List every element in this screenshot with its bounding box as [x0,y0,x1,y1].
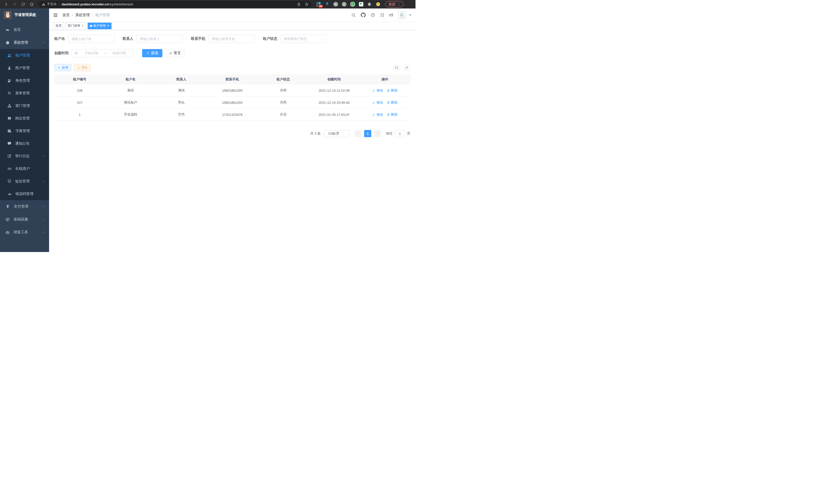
extension-record-icon[interactable] [342,2,347,7]
users-icon [7,53,12,58]
sidebar-item-payment-management[interactable]: ¥支付管理 [0,200,49,213]
sidebar-collapse-icon[interactable] [53,12,58,18]
refresh-table-button[interactable] [403,64,410,71]
delete-link[interactable]: 删除 [387,100,398,105]
sidebar-item-menu-management[interactable]: 菜单管理 [0,87,49,99]
share-icon[interactable] [297,2,301,6]
search-icon[interactable] [351,13,356,18]
page-size-select[interactable]: 10条/页 [324,130,349,137]
address-divider [59,2,59,6]
sidebar-item-post-management[interactable]: 岗位管理 [0,112,49,125]
refresh-icon [169,51,172,55]
profile-avatar-icon[interactable] [375,2,380,7]
delete-link[interactable]: 删除 [387,88,398,93]
dict-icon [7,129,12,133]
export-button[interactable]: 导出 [74,64,91,71]
sidebar-item-tenant-management[interactable]: 租户管理 [0,49,49,62]
yen-icon: ¥ [5,204,10,209]
cell-created: 2021-01-05 17:03:47 [309,109,360,120]
browser-menu-kebab-icon[interactable]: ⋮ [397,2,401,6]
browser-reload-icon[interactable] [20,1,26,7]
trash-icon [387,113,390,116]
table-header: 租户编号 租户名 联系人 联系手机 租户状态 创建时间 操作 [54,74,410,85]
sidebar-item-online-users[interactable]: 在线用户 [0,162,49,175]
create-time-range-picker[interactable]: 开始日期 - 结束日期 [72,49,133,57]
gear-icon [5,40,10,45]
contact-input[interactable] [137,35,183,43]
sidebar-item-role-management[interactable]: 角色管理 [0,74,49,87]
sidebar-item-error-code-management[interactable]: </>错误码管理 [0,187,49,200]
security-warning-icon[interactable] [41,2,46,6]
sidebar-item-home[interactable]: 首页 [0,23,49,36]
bookmark-star-icon[interactable] [305,2,309,6]
contact-phone-input[interactable] [208,35,255,43]
add-button[interactable]: 新增 [54,64,71,71]
sidebar-item-dict-management[interactable]: 字典管理 [0,125,49,137]
tab-home[interactable]: 首页 [53,23,64,29]
prev-page-button[interactable] [354,130,362,137]
sidebar-item-notice[interactable]: 通知公告 [0,137,49,150]
calendar-icon [75,51,78,55]
breadcrumb-home[interactable]: 首页 [62,13,69,18]
sidebar-item-audit-log[interactable]: 审计日志 [0,150,49,162]
browser-toolbar: 不安全 dashboard.yudao.iocoder.cn/system/te… [0,0,416,8]
sidebar-item-label: 基础设施 [13,217,28,222]
tab-close-icon[interactable]: ✕ [107,24,109,28]
tree-icon [7,91,11,95]
reset-button[interactable]: 重置 [165,49,185,57]
search-button[interactable]: 搜索 [142,49,163,57]
tab-tenant-management[interactable]: 租户管理 ✕ [88,23,112,29]
tenant-name-input[interactable] [68,35,114,43]
fullscreen-icon[interactable] [380,13,384,17]
sidebar-item-label: 部门管理 [16,103,30,108]
chat-icon [7,141,11,146]
pencil-icon [372,89,376,92]
edit-link[interactable]: 修改 [372,88,383,93]
edit-link[interactable]: 修改 [372,112,383,117]
cell-created: 2021-12-14 20:49:44 [309,97,360,109]
sidebar-item-system-management[interactable]: 系统管理 [0,36,49,49]
sidebar-item-label: 用户管理 [15,66,30,70]
cell-actions: 修改删除 [360,85,410,96]
sidebar-item-dev-tools[interactable]: 研发工具 [0,226,49,239]
tab-dept-management[interactable]: 部门管理 ✕ [65,23,86,29]
sidebar-logo[interactable]: 芋道管理系统 [0,8,49,21]
show-search-button[interactable] [393,64,400,71]
extension-command-icon[interactable]: ⌘ [333,2,338,7]
extension-balloon-icon[interactable] [324,2,330,7]
sidebar-item-label: 审计日志 [15,154,30,158]
sidebar-item-sms-management[interactable]: 短信管理 [0,175,49,187]
chevron-down-icon [42,155,45,158]
next-page-button[interactable] [374,130,381,137]
extension-flag-icon[interactable] [359,2,364,7]
delete-link[interactable]: 删除 [387,112,398,117]
sidebar-item-user-management[interactable]: 用户管理 [0,62,49,74]
download-icon [77,66,80,69]
breadcrumb-system[interactable]: 系统管理 [75,13,90,18]
sidebar-item-infrastructure[interactable]: 基础设施 [0,213,49,226]
font-size-icon[interactable]: tT [389,13,393,17]
extension-diamond-icon[interactable]: 10 [316,2,321,7]
avatar-caret-icon[interactable]: ▾ [409,13,411,17]
github-icon[interactable] [361,12,366,18]
browser-back-icon[interactable] [3,1,9,7]
extension-y-icon[interactable]: y [350,2,355,7]
goto-page-input[interactable] [395,130,405,137]
tab-close-icon[interactable]: ✕ [82,24,84,28]
avatar[interactable] [398,11,406,19]
browser-update-button[interactable]: 更新 ⋮ [385,1,403,7]
table-row: 107测试租户秃头15601691300关闭2021-12-14 20:49:4… [54,97,410,109]
edit-link[interactable]: 修改 [372,100,383,105]
browser-home-icon[interactable] [29,1,35,7]
sidebar-item-label: 短信管理 [15,179,30,184]
help-icon[interactable] [371,13,375,18]
address-bar[interactable]: 不安全 dashboard.yudao.iocoder.cn/system/te… [38,1,311,7]
sidebar-item-dept-management[interactable]: 部门管理 [0,99,49,112]
chevron-down-icon [342,132,345,135]
extensions-puzzle-icon[interactable] [367,2,372,7]
security-label[interactable]: 不安全 [47,2,57,6]
current-page[interactable]: 1 [364,130,371,137]
tenant-status-select[interactable]: 请选择租户状态 [280,35,326,43]
extensions-row: 10 ⌘ y [316,2,380,7]
browser-forward-icon[interactable] [11,1,18,7]
